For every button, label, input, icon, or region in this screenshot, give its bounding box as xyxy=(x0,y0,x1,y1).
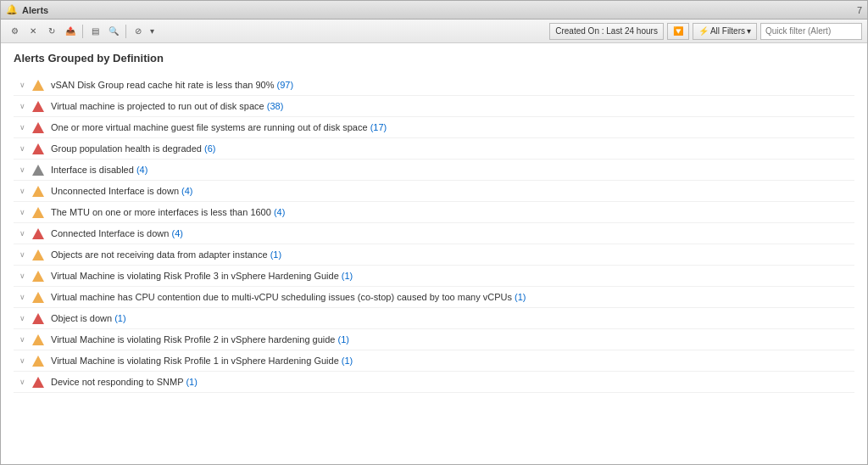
alerts-content: Alerts Grouped by Definition ∨vSAN Disk … xyxy=(1,43,867,464)
alert-row[interactable]: ∨Interface is disabled (4) xyxy=(14,160,854,181)
alert-severity-icon xyxy=(31,204,46,220)
warning-icon xyxy=(32,186,44,197)
quick-filter-input[interactable] xyxy=(760,23,862,40)
alert-row[interactable]: ∨Object is down (1) xyxy=(14,308,854,329)
alert-text: Group population health is degraded (6) xyxy=(51,143,215,154)
critical-icon xyxy=(32,377,44,388)
toolbar-btn-1[interactable]: ⚙ xyxy=(6,23,23,40)
warning-icon xyxy=(32,80,44,91)
alert-row[interactable]: ∨Virtual Machine is violating Risk Profi… xyxy=(14,329,854,350)
alert-row[interactable]: ∨Virtual Machine is violating Risk Profi… xyxy=(14,266,854,287)
warning-icon xyxy=(32,207,44,218)
alert-severity-icon xyxy=(31,374,46,389)
alert-count: (1) xyxy=(114,313,125,323)
all-filters-chevron: ▾ xyxy=(747,26,751,36)
alert-text: Unconnected Interface is down (4) xyxy=(51,186,193,196)
info-icon xyxy=(32,165,44,176)
alert-count: (6) xyxy=(204,143,215,154)
alert-count: (4) xyxy=(171,228,182,238)
time-filter-button[interactable]: Created On : Last 24 hours xyxy=(549,23,664,40)
expand-chevron[interactable]: ∨ xyxy=(14,102,31,110)
alerts-window: 🔔 Alerts 7 ⚙ ✕ ↻ 📤 ▤ 🔍 ⊘ ▾ Created On : … xyxy=(0,0,868,465)
toolbar-separator-2 xyxy=(125,25,126,38)
expand-chevron[interactable]: ∨ xyxy=(14,123,31,132)
toolbar-btn-2[interactable]: ✕ xyxy=(25,23,42,40)
expand-chevron[interactable]: ∨ xyxy=(14,250,31,259)
alert-text: Virtual machine is projected to run out … xyxy=(51,101,283,111)
expand-chevron[interactable]: ∨ xyxy=(14,165,31,174)
filter-icon-button[interactable]: 🔽 xyxy=(667,23,689,40)
window-number: 7 xyxy=(857,5,862,15)
alert-row[interactable]: ∨Objects are not receiving data from ada… xyxy=(14,244,854,266)
alert-count: (1) xyxy=(342,356,353,366)
alert-row[interactable]: ∨One or more virtual machine guest file … xyxy=(14,117,854,138)
alert-count: (1) xyxy=(186,377,197,387)
alert-text: Interface is disabled (4) xyxy=(51,165,147,175)
expand-chevron[interactable]: ∨ xyxy=(14,144,31,153)
alert-severity-icon xyxy=(31,353,46,368)
toolbar-btn-5[interactable]: ▤ xyxy=(86,23,103,40)
alert-row[interactable]: ∨Device not responding to SNMP (1) xyxy=(14,372,854,393)
expand-chevron[interactable]: ∨ xyxy=(14,187,31,195)
expand-chevron[interactable]: ∨ xyxy=(14,293,31,301)
alert-row[interactable]: ∨Unconnected Interface is down (4) xyxy=(14,181,854,202)
alert-row[interactable]: ∨Connected Interface is down (4) xyxy=(14,223,854,244)
expand-chevron[interactable]: ∨ xyxy=(14,272,31,280)
alert-text: Virtual Machine is violating Risk Profil… xyxy=(51,334,349,345)
window-title: Alerts xyxy=(22,5,48,15)
alert-row[interactable]: ∨Group population health is degraded (6) xyxy=(14,138,854,160)
alert-severity-icon xyxy=(31,77,46,92)
section-title: Alerts Grouped by Definition xyxy=(14,52,854,64)
alert-count: (4) xyxy=(274,207,285,217)
alert-text: The MTU on one or more interfaces is les… xyxy=(51,207,285,217)
toolbar: ⚙ ✕ ↻ 📤 ▤ 🔍 ⊘ ▾ Created On : Last 24 hou… xyxy=(1,20,867,43)
alert-text: Connected Interface is down (4) xyxy=(51,228,183,238)
warning-icon xyxy=(32,292,44,303)
expand-chevron[interactable]: ∨ xyxy=(14,378,31,386)
all-filters-button[interactable]: ⚡ All Filters ▾ xyxy=(693,23,757,40)
toolbar-btn-cancel[interactable]: ⊘ xyxy=(130,23,147,40)
alert-count: (1) xyxy=(342,271,353,281)
alert-count: (1) xyxy=(270,249,281,260)
expand-chevron[interactable]: ∨ xyxy=(14,81,31,89)
alert-count: (4) xyxy=(136,165,147,175)
expand-chevron[interactable]: ∨ xyxy=(14,208,31,216)
toolbar-btn-6[interactable]: 🔍 xyxy=(105,23,122,40)
alert-severity-icon xyxy=(31,311,46,326)
bell-icon: 🔔 xyxy=(6,4,18,15)
expand-chevron[interactable]: ∨ xyxy=(14,335,31,344)
alert-severity-icon xyxy=(31,120,46,135)
toolbar-right: Created On : Last 24 hours 🔽 ⚡ All Filte… xyxy=(549,23,862,40)
alert-severity-icon xyxy=(31,247,46,262)
warning-icon xyxy=(32,356,44,367)
alerts-list: ∨vSAN Disk Group read cache hit rate is … xyxy=(14,75,854,393)
critical-icon xyxy=(32,122,44,133)
critical-icon xyxy=(32,313,44,324)
alert-severity-icon xyxy=(31,98,46,114)
expand-chevron[interactable]: ∨ xyxy=(14,229,31,238)
alert-text: Virtual Machine is violating Risk Profil… xyxy=(51,356,353,366)
alert-severity-icon xyxy=(31,183,46,199)
alert-row[interactable]: ∨The MTU on one or more interfaces is le… xyxy=(14,202,854,223)
alert-severity-icon xyxy=(31,268,46,283)
alert-row[interactable]: ∨vSAN Disk Group read cache hit rate is … xyxy=(14,75,854,96)
alert-count: (17) xyxy=(370,122,387,132)
alert-row[interactable]: ∨Virtual Machine is violating Risk Profi… xyxy=(14,350,854,372)
toolbar-btn-3[interactable]: ↻ xyxy=(43,23,60,40)
alert-severity-icon xyxy=(31,289,46,305)
filter-icon: ⚡ xyxy=(698,26,709,36)
alert-text: vSAN Disk Group read cache hit rate is l… xyxy=(51,80,293,90)
alert-severity-icon xyxy=(31,162,46,177)
expand-chevron[interactable]: ∨ xyxy=(14,314,31,322)
toolbar-btn-4[interactable]: 📤 xyxy=(62,23,79,40)
alert-severity-icon xyxy=(31,332,46,347)
alert-severity-icon xyxy=(31,141,46,156)
alert-count: (1) xyxy=(338,334,349,345)
expand-chevron[interactable]: ∨ xyxy=(14,356,31,365)
alert-text: Virtual Machine is violating Risk Profil… xyxy=(51,271,353,281)
alert-row[interactable]: ∨Virtual machine is projected to run out… xyxy=(14,96,854,117)
alert-row[interactable]: ∨Virtual machine has CPU contention due … xyxy=(14,287,854,308)
dropdown-arrow: ▾ xyxy=(150,26,154,36)
alert-count: (38) xyxy=(267,101,284,111)
toolbar-left: ⚙ ✕ ↻ 📤 ▤ 🔍 ⊘ ▾ xyxy=(6,23,154,40)
